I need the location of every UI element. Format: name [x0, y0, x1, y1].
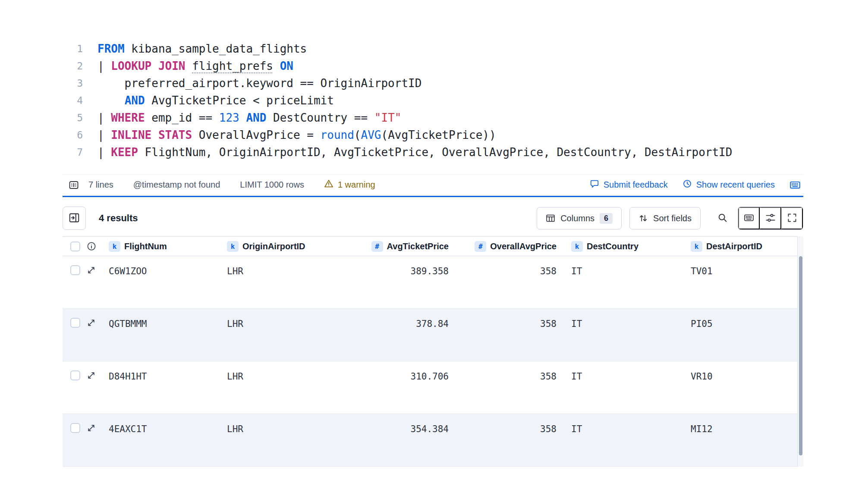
warning-label: 1 warning: [338, 180, 375, 190]
clock-icon: [682, 179, 692, 191]
cell-AvgTicketPrice: 310.706: [363, 361, 456, 414]
column-header-FlightNum[interactable]: kFlightNum: [109, 241, 227, 252]
info-icon[interactable]: [87, 242, 96, 251]
column-label: FlightNum: [124, 242, 167, 251]
table-row: QGTBMMMLHR378.84358ITPI05: [63, 309, 797, 361]
search-button[interactable]: [712, 207, 733, 229]
table-body: C6W1ZOOLHR389.358358ITTV01QGTBMMMLHR378.…: [63, 256, 797, 467]
timestamp-status: @timestamp not found: [133, 180, 220, 190]
columns-icon: [546, 213, 555, 223]
code-line[interactable]: 4 AND AvgTicketPrice < priceLimit: [64, 92, 732, 109]
columns-button[interactable]: Columns 6: [537, 207, 622, 229]
row-control-cell: [63, 309, 109, 361]
keyboard-shortcuts-icon[interactable]: [789, 179, 801, 191]
fullscreen-button[interactable]: [781, 207, 803, 229]
fullscreen-icon: [787, 213, 797, 224]
editor-statusbar: 7 lines @timestamp not found LIMIT 1000 …: [63, 174, 803, 195]
row-checkbox[interactable]: [70, 318, 80, 328]
cell-DestCountry: IT: [563, 256, 683, 308]
column-header-OverallAvgPrice[interactable]: #OverallAvgPrice: [456, 241, 563, 252]
row-checkbox[interactable]: [70, 423, 80, 433]
limit-rows: LIMIT 1000 rows: [240, 180, 304, 190]
column-header-OriginAirportID[interactable]: kOriginAirportID: [227, 241, 363, 252]
sort-fields-label: Sort fields: [653, 213, 692, 223]
cell-AvgTicketPrice: 389.358: [363, 256, 456, 308]
keyboard-button[interactable]: [738, 207, 760, 229]
select-all-checkbox[interactable]: [70, 242, 80, 251]
editor-resize-handle[interactable]: [63, 196, 803, 197]
table-row: C6W1ZOOLHR389.358358ITTV01: [63, 256, 797, 309]
cell-DestAirportID: MI12: [683, 414, 797, 466]
expand-row-icon[interactable]: [87, 424, 96, 433]
header-control-cell: [63, 242, 109, 251]
expand-row-icon[interactable]: [87, 371, 96, 380]
cell-OverallAvgPrice: 358: [456, 414, 563, 466]
esql-query-editor[interactable]: 1FROM kibana_sample_data_flights2| LOOKU…: [64, 40, 732, 161]
numeric-type-icon: #: [475, 241, 486, 252]
keyword-type-icon: k: [571, 241, 583, 252]
cell-OriginAirportID: LHR: [227, 414, 363, 466]
columns-button-label: Columns: [560, 213, 594, 223]
sort-icon: [638, 213, 648, 223]
results-table: kFlightNumkOriginAirportID#AvgTicketPric…: [63, 236, 797, 467]
vertical-scrollbar: [797, 236, 803, 467]
panel-arrow-icon: [69, 212, 80, 225]
code-line[interactable]: 5| WHERE emp_id == 123 AND DestCountry =…: [64, 109, 732, 126]
cell-DestCountry: IT: [563, 309, 683, 361]
keyword-type-icon: k: [691, 241, 702, 252]
column-header-AvgTicketPrice[interactable]: #AvgTicketPrice: [363, 241, 456, 252]
column-label: DestAirportID: [706, 242, 762, 251]
scrollbar-thumb[interactable]: [799, 256, 802, 455]
table-header-row: kFlightNumkOriginAirportID#AvgTicketPric…: [63, 236, 797, 256]
line-number: 1: [64, 40, 83, 57]
code-line[interactable]: 6| INLINE STATS OverallAvgPrice = round(…: [64, 126, 732, 144]
row-checkbox[interactable]: [70, 370, 80, 380]
code-line[interactable]: 3 preferred_airport.keyword == OriginAir…: [64, 75, 732, 92]
discover-esql-view: 1FROM kibana_sample_data_flights2| LOOKU…: [0, 0, 868, 502]
sliders-icon: [765, 213, 776, 224]
line-number: 6: [64, 126, 83, 144]
expand-row-icon[interactable]: [87, 318, 96, 327]
cell-FlightNum: 4EAXC1T: [109, 414, 227, 466]
row-control-cell: [63, 361, 109, 414]
show-recent-queries-link[interactable]: Show recent queries: [682, 179, 775, 191]
code-line[interactable]: 2| LOOKUP JOIN flight_prefs ON: [64, 57, 732, 75]
column-header-DestAirportID[interactable]: kDestAirportID: [683, 241, 797, 252]
row-checkbox[interactable]: [70, 265, 80, 275]
row-control-cell: [63, 256, 109, 308]
code-line[interactable]: 7| KEEP FlightNum, OriginAirportID, AvgT…: [64, 144, 732, 161]
column-label: OriginAirportID: [242, 242, 305, 251]
cell-OverallAvgPrice: 358: [456, 256, 563, 308]
warning-icon: [324, 179, 333, 191]
cell-DestAirportID: TV01: [683, 256, 797, 308]
column-label: AvgTicketPrice: [387, 242, 449, 251]
line-count: 7 lines: [88, 180, 113, 190]
line-number: 3: [64, 75, 83, 92]
cell-OriginAirportID: LHR: [227, 309, 363, 361]
submit-feedback-link[interactable]: Submit feedback: [590, 179, 668, 191]
cell-FlightNum: D84H1HT: [109, 361, 227, 414]
cell-DestAirportID: PI05: [683, 309, 797, 361]
keyword-type-icon: k: [227, 241, 239, 252]
display-options-button[interactable]: [760, 207, 781, 229]
table-row: D84H1HTLHR310.706358ITVR10: [63, 361, 797, 414]
grid-options-group: [738, 207, 803, 230]
show-recent-queries-label: Show recent queries: [696, 180, 775, 190]
row-control-cell: [63, 414, 109, 466]
cell-OriginAirportID: LHR: [227, 256, 363, 308]
esql-icon[interactable]: [69, 180, 79, 190]
line-number: 4: [64, 92, 83, 109]
cell-AvgTicketPrice: 378.84: [363, 309, 456, 361]
cell-FlightNum: C6W1ZOO: [109, 256, 227, 308]
cell-OriginAirportID: LHR: [227, 361, 363, 414]
line-number: 2: [64, 57, 83, 75]
column-header-DestCountry[interactable]: kDestCountry: [563, 241, 683, 252]
cell-DestCountry: IT: [563, 361, 683, 414]
warning-indicator[interactable]: 1 warning: [324, 179, 375, 191]
column-label: OverallAvgPrice: [490, 242, 557, 251]
cell-AvgTicketPrice: 354.384: [363, 414, 456, 466]
code-line[interactable]: 1FROM kibana_sample_data_flights: [64, 40, 732, 57]
expand-row-icon[interactable]: [87, 266, 96, 275]
sort-fields-button[interactable]: Sort fields: [629, 207, 701, 229]
panel-toggle-button[interactable]: [63, 207, 86, 230]
